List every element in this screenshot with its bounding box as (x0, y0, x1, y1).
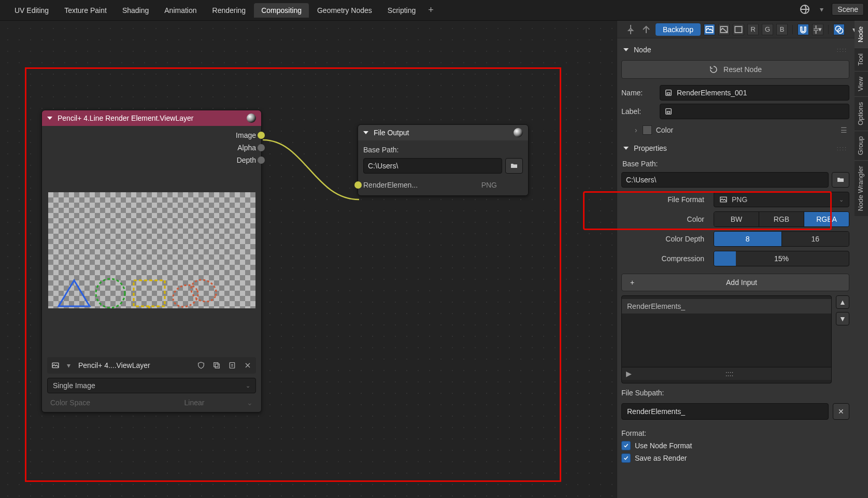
socket-depth-label: Depth (237, 156, 256, 164)
add-input-button[interactable]: +Add Input (621, 274, 849, 291)
ff-label: File Format (621, 195, 709, 204)
tab-add[interactable]: + (424, 5, 438, 16)
node-pencil-line[interactable]: Pencil+ 4.Line Render Element.ViewLayer … (41, 110, 262, 412)
label-input[interactable] (660, 104, 849, 119)
move-up-button[interactable]: ▲ (836, 295, 849, 309)
socket-alpha[interactable] (258, 144, 265, 151)
svg-rect-8 (215, 364, 219, 368)
checkbox-icon[interactable] (621, 453, 631, 463)
drag-handle-icon[interactable]: :::: (725, 369, 734, 378)
bp-input[interactable]: C:\Users\ (621, 172, 829, 188)
scene-icon[interactable] (799, 3, 811, 16)
list-icon[interactable]: ☰ (841, 126, 847, 134)
chevron-down-icon (363, 131, 368, 134)
svg-rect-3 (134, 280, 165, 306)
tab-texture[interactable]: Texture Paint (57, 3, 114, 18)
single-image-label: Single Image (53, 381, 95, 390)
base-path-input[interactable]: C:\Users\ (363, 158, 502, 174)
seg-8[interactable]: 8 (714, 232, 781, 246)
section-properties[interactable]: Properties:::: (621, 140, 849, 156)
display-image-icon[interactable] (704, 24, 715, 35)
side-tab-view[interactable]: View (855, 71, 868, 96)
color-label: Color (621, 215, 709, 223)
reset-node-button[interactable]: Reset Node (621, 60, 849, 79)
color-mode-segment[interactable]: BW RGB RGBA (714, 211, 849, 227)
chevron-down-icon[interactable]: ▾ (65, 359, 72, 372)
close-icon[interactable]: ✕ (833, 403, 849, 420)
tab-uv[interactable]: UV Editing (7, 3, 56, 18)
unlink-icon[interactable] (226, 359, 238, 372)
bp-label: Base Path: (621, 156, 849, 170)
snap-toggle-icon[interactable] (798, 24, 809, 35)
image-icon[interactable] (49, 359, 62, 372)
preview-sphere-icon (247, 113, 256, 123)
colorspace-value[interactable]: Linear (184, 399, 205, 407)
shield-icon[interactable] (195, 359, 207, 372)
tab-animation[interactable]: Animation (157, 3, 204, 18)
compression-slider[interactable]: 15% (714, 251, 849, 266)
inputs-list[interactable]: RenderElements_ ▶:::: (621, 295, 832, 383)
close-icon[interactable] (241, 359, 254, 372)
checkbox-icon[interactable] (621, 441, 631, 450)
display-z-icon[interactable] (733, 24, 744, 35)
socket-image-label: Image (236, 131, 256, 139)
color-swatch[interactable] (643, 125, 652, 135)
display-r[interactable]: R (747, 24, 759, 35)
list-item[interactable]: RenderElements_ (622, 299, 831, 314)
side-tab-tool[interactable]: Tool (855, 48, 868, 71)
play-icon[interactable]: ▶ (626, 369, 632, 378)
node-editor[interactable]: Pencil+ 4.Line Render Element.ViewLayer … (0, 21, 617, 498)
up-icon[interactable] (640, 23, 652, 36)
side-tab-wrangler[interactable]: Node Wrangler (855, 160, 868, 216)
node-header[interactable]: Pencil+ 4.Line Render Element.ViewLayer (42, 110, 261, 126)
duplicate-icon[interactable] (210, 359, 223, 372)
seg-rgba[interactable]: RGBA (804, 212, 849, 226)
source-select[interactable]: Single Image ⌄ (47, 378, 256, 393)
image-selector-row: ▾ Pencil+ 4....ViewLayer (47, 357, 256, 374)
tab-shading[interactable]: Shading (115, 3, 156, 18)
display-b[interactable]: B (776, 24, 788, 35)
svg-rect-9 (214, 363, 218, 367)
scene-name[interactable]: Scene (832, 3, 864, 16)
seg-16[interactable]: 16 (781, 232, 849, 246)
overlay-icon[interactable] (833, 24, 845, 35)
side-tab-group[interactable]: Group (855, 131, 868, 160)
tab-compositing[interactable]: Compositing (254, 3, 309, 18)
socket-depth[interactable] (258, 156, 265, 164)
cmp-label: Compression (621, 254, 709, 263)
image-name[interactable]: Pencil+ 4....ViewLayer (75, 359, 192, 372)
file-subpath-input[interactable]: RenderElements_ (621, 403, 829, 420)
svg-point-2 (96, 279, 125, 308)
display-alpha-icon[interactable] (718, 24, 730, 35)
folder-icon[interactable] (505, 158, 523, 174)
side-tab-options[interactable]: Options (855, 96, 868, 131)
seg-bw[interactable]: BW (714, 212, 759, 226)
pin-icon[interactable] (624, 23, 637, 36)
chevron-down-icon[interactable]: ▾ (815, 3, 828, 16)
color-depth-segment[interactable]: 8 16 (714, 231, 849, 247)
preview-image (48, 192, 255, 308)
node-header[interactable]: File Output (358, 125, 528, 140)
svg-point-5 (169, 281, 201, 308)
file-format-select[interactable]: PNG ⌄ (714, 192, 849, 207)
node-file-output[interactable]: File Output Base Path: C:\Users\ RenderE… (358, 124, 529, 196)
slot-name[interactable]: RenderElemen... (363, 181, 418, 189)
snap-menu-icon[interactable]: ╬▾ (812, 24, 823, 35)
color-subsection[interactable]: › Color ☰ (621, 122, 849, 137)
section-node[interactable]: Node:::: (621, 41, 849, 58)
socket-input[interactable] (354, 181, 362, 189)
seg-rgb[interactable]: RGB (759, 212, 804, 226)
name-input[interactable]: RenderElements_001 (660, 85, 849, 101)
tab-geometry[interactable]: Geometry Nodes (310, 3, 379, 18)
side-tab-node[interactable]: Node (855, 21, 868, 48)
move-down-button[interactable]: ▼ (836, 312, 849, 325)
chk-save-as-render[interactable]: Save as Render (621, 452, 849, 464)
tab-rendering[interactable]: Rendering (205, 3, 253, 18)
folder-icon[interactable] (832, 172, 849, 188)
display-g[interactable]: G (762, 24, 773, 35)
chk-use-node-format[interactable]: Use Node Format (621, 439, 849, 452)
preview-sphere-icon (514, 128, 523, 137)
backdrop-button[interactable]: Backdrop (656, 23, 701, 36)
socket-image[interactable] (258, 132, 265, 139)
tab-scripting[interactable]: Scripting (380, 3, 423, 18)
